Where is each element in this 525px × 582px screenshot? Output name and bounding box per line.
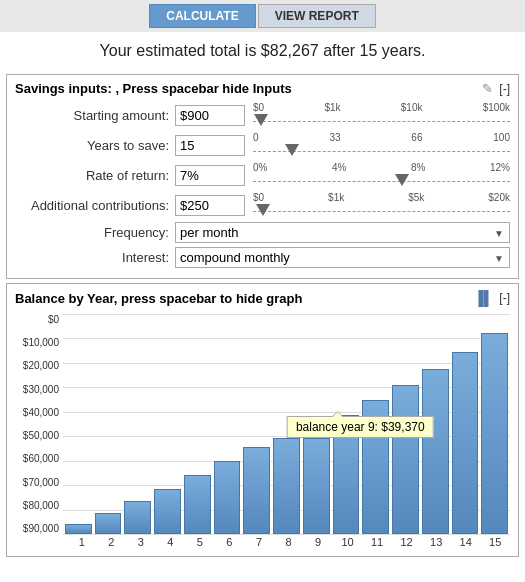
slider-line <box>253 121 510 122</box>
x-label: 6 <box>215 536 245 548</box>
bar[interactable] <box>452 352 479 534</box>
bar[interactable] <box>481 333 508 534</box>
slider-labels: $0$1k$5k$20k <box>253 192 510 203</box>
slider-line <box>253 211 510 212</box>
bars-row: balance year 9: $39,370 <box>63 314 510 534</box>
bar[interactable] <box>124 501 151 534</box>
graph-section: Balance by Year, press spacebar to hide … <box>6 283 519 557</box>
chart-area: balance year 9: $39,370 <box>63 314 510 534</box>
slider-label: 0% <box>253 162 267 173</box>
input-row: Additional contributions:$0$1k$5k$20k <box>15 192 510 218</box>
bar[interactable] <box>422 369 449 534</box>
slider-track[interactable] <box>253 114 510 128</box>
inputs-section: Savings inputs: , Press spacebar hide In… <box>6 74 519 279</box>
bar[interactable] <box>243 447 270 534</box>
inputs-header: Savings inputs: , Press spacebar hide In… <box>15 81 510 96</box>
select-label: Interest: <box>15 250 175 265</box>
bar[interactable] <box>273 438 300 534</box>
collapse-button[interactable]: [-] <box>499 82 510 96</box>
select-row: Frequency:per monthper yearone time <box>15 222 510 243</box>
graph-header-controls: ▐▌ [-] <box>473 290 510 306</box>
input-row: Years to save:03366100 <box>15 132 510 158</box>
input-row: Starting amount:$0$1k$10k$100k <box>15 102 510 128</box>
slider-label: 4% <box>332 162 346 173</box>
slider-label: $5k <box>408 192 424 203</box>
graph-header-label: Balance by Year, press spacebar to hide … <box>15 291 302 306</box>
slider-thumb[interactable] <box>254 114 268 126</box>
y-axis: $90,000$80,000$70,000$60,000$50,000$40,0… <box>15 314 63 534</box>
slider-thumb[interactable] <box>395 174 409 186</box>
x-label: 8 <box>274 536 304 548</box>
x-label: 14 <box>451 536 481 548</box>
graph-header: Balance by Year, press spacebar to hide … <box>15 290 510 306</box>
view-report-button[interactable]: VIEW REPORT <box>258 4 376 28</box>
input-label: Rate of return: <box>15 168 175 183</box>
y-label: $10,000 <box>15 337 59 348</box>
slider-track[interactable] <box>253 144 510 158</box>
calculate-button[interactable]: CALCULATE <box>149 4 255 28</box>
input-row: Rate of return:0%4%8%12% <box>15 162 510 188</box>
edit-icon[interactable]: ✎ <box>482 81 493 96</box>
slider-label: $100k <box>483 102 510 113</box>
x-label: 10 <box>333 536 363 548</box>
slider-label: 33 <box>329 132 340 143</box>
input-field[interactable] <box>175 105 245 126</box>
y-label: $50,000 <box>15 430 59 441</box>
x-label: 9 <box>303 536 333 548</box>
select-label: Frequency: <box>15 225 175 240</box>
toolbar: CALCULATE VIEW REPORT <box>0 0 525 32</box>
x-label: 4 <box>156 536 186 548</box>
y-label: $20,000 <box>15 360 59 371</box>
bar[interactable] <box>362 400 389 534</box>
input-field[interactable] <box>175 195 245 216</box>
x-label: 7 <box>244 536 274 548</box>
graph-collapse-button[interactable]: [-] <box>499 291 510 305</box>
slider-label: 12% <box>490 162 510 173</box>
x-label: 3 <box>126 536 156 548</box>
y-label: $70,000 <box>15 477 59 488</box>
bar[interactable] <box>95 513 122 534</box>
y-label: $60,000 <box>15 453 59 464</box>
slider-thumb[interactable] <box>285 144 299 156</box>
bar[interactable] <box>333 415 360 534</box>
input-field[interactable] <box>175 165 245 186</box>
bar[interactable] <box>65 524 92 534</box>
slider-thumb[interactable] <box>256 204 270 216</box>
slider-labels: 0%4%8%12% <box>253 162 510 173</box>
inputs-header-controls: ✎ [-] <box>482 81 510 96</box>
select-row: Interest:compound monthlycompound annual… <box>15 247 510 268</box>
bar[interactable] <box>184 475 211 534</box>
bar[interactable] <box>214 461 241 534</box>
x-label: 11 <box>362 536 392 548</box>
slider-area: $0$1k$10k$100k <box>253 102 510 128</box>
slider-area: $0$1k$5k$20k <box>253 192 510 218</box>
slider-label: $1k <box>324 102 340 113</box>
summary-text: Your estimated total is $82,267 after 15… <box>0 32 525 70</box>
x-label: 13 <box>421 536 451 548</box>
input-label: Starting amount: <box>15 108 175 123</box>
slider-label: 8% <box>411 162 425 173</box>
input-field[interactable] <box>175 135 245 156</box>
slider-label: 100 <box>493 132 510 143</box>
select-wrapper: per monthper yearone time <box>175 222 510 243</box>
slider-labels: 03366100 <box>253 132 510 143</box>
slider-labels: $0$1k$10k$100k <box>253 102 510 113</box>
slider-track[interactable] <box>253 204 510 218</box>
y-label: $0 <box>15 314 59 325</box>
select-wrapper: compound monthlycompound annuallysimple <box>175 247 510 268</box>
slider-label: $0 <box>253 192 264 203</box>
slider-line <box>253 181 510 182</box>
select-field[interactable]: compound monthlycompound annuallysimple <box>175 247 510 268</box>
grid-line <box>63 534 510 535</box>
slider-label: $1k <box>328 192 344 203</box>
slider-label: $0 <box>253 102 264 113</box>
bar[interactable]: balance year 9: $39,370 <box>303 438 330 534</box>
slider-track[interactable] <box>253 174 510 188</box>
slider-label: $10k <box>401 102 423 113</box>
bar-chart-icon[interactable]: ▐▌ <box>473 290 493 306</box>
select-field[interactable]: per monthper yearone time <box>175 222 510 243</box>
slider-label: 66 <box>411 132 422 143</box>
input-label: Years to save: <box>15 138 175 153</box>
bar[interactable] <box>154 489 181 534</box>
bar[interactable] <box>392 385 419 534</box>
